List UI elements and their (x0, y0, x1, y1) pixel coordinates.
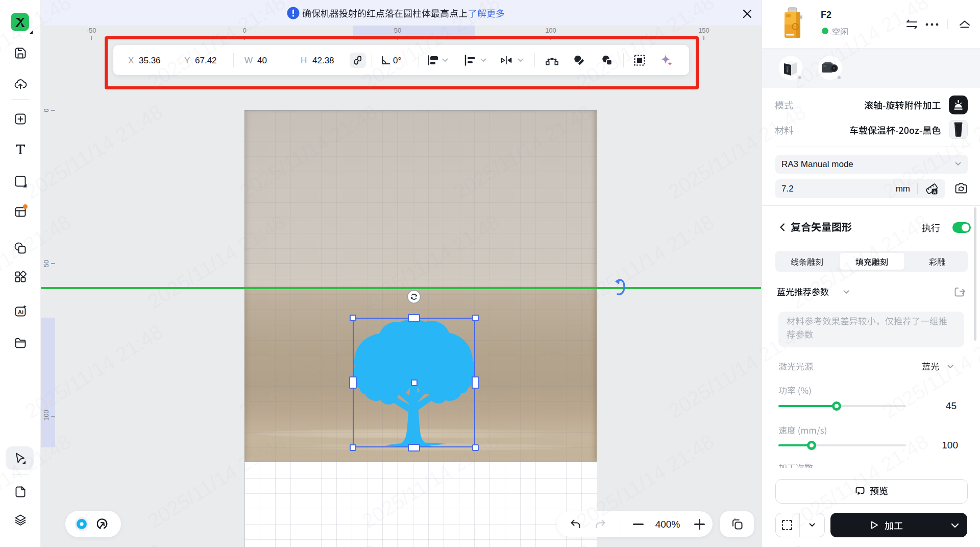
svg-text:Ai: Ai (18, 309, 23, 315)
svg-text:A: A (933, 189, 936, 195)
